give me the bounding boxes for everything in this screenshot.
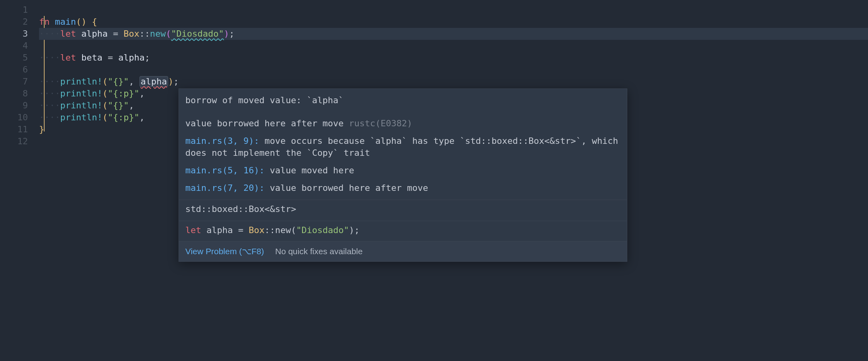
paren: ( bbox=[102, 88, 108, 98]
comma: , bbox=[129, 100, 139, 110]
source-preview: let alpha = Box::new("Diosdado"); bbox=[185, 224, 621, 236]
op-cc: :: bbox=[265, 225, 275, 235]
paren: ) bbox=[224, 29, 229, 39]
semi: ; bbox=[173, 77, 179, 86]
diagnostic-note: value moved here bbox=[265, 165, 354, 175]
code-line[interactable]: ····let beta = alpha; bbox=[39, 52, 868, 64]
comma: , bbox=[139, 112, 150, 122]
op-eq: = bbox=[102, 53, 118, 63]
code-line[interactable]: fn main() { bbox=[39, 16, 868, 28]
line-number: 11 bbox=[0, 124, 39, 135]
paren: () bbox=[76, 17, 87, 27]
var-alpha-error: alpha bbox=[139, 76, 168, 87]
string-literal: "Diosdado" bbox=[171, 29, 224, 39]
diagnostic-location-link[interactable]: main.rs(3, 9): bbox=[185, 136, 259, 146]
diagnostic-note: value borrowed here after move bbox=[265, 183, 428, 193]
var-beta: beta bbox=[81, 53, 102, 63]
code-line[interactable] bbox=[39, 4, 868, 16]
indent-dots: ···· bbox=[39, 29, 60, 39]
comma: , bbox=[139, 88, 150, 98]
quick-fix-status: No quick fixes available bbox=[275, 245, 363, 257]
paren: ( bbox=[291, 225, 296, 235]
line-number: 2 bbox=[0, 16, 39, 28]
brace-close: } bbox=[39, 124, 44, 134]
op-cc: :: bbox=[139, 29, 150, 39]
fn-new: new bbox=[275, 225, 291, 235]
line-number: 5 bbox=[0, 52, 39, 64]
code-line[interactable] bbox=[39, 64, 868, 76]
semi: ; bbox=[145, 53, 150, 63]
line-number: 8 bbox=[0, 88, 39, 100]
view-problem-link[interactable]: View Problem (⌥F8) bbox=[185, 245, 264, 257]
diagnostic-location-link[interactable]: main.rs(7, 20): bbox=[185, 183, 265, 193]
indent-dots: ···· bbox=[39, 100, 60, 110]
line-number: 1 bbox=[0, 4, 39, 16]
fn-main: main bbox=[55, 17, 76, 27]
line-number: 6 bbox=[0, 64, 39, 76]
macro-println: println! bbox=[60, 112, 102, 122]
line-number: 9 bbox=[0, 100, 39, 112]
brace-open: { bbox=[92, 17, 97, 27]
paren: ) bbox=[168, 77, 173, 86]
line-number-current: 3 bbox=[0, 28, 39, 40]
paren: ( bbox=[166, 29, 171, 39]
kw-let: let bbox=[185, 225, 201, 235]
kw-fn: fn bbox=[39, 17, 50, 27]
code-line[interactable] bbox=[39, 40, 868, 52]
kw-let: let bbox=[60, 53, 76, 63]
hover-footer: View Problem (⌥F8) No quick fixes availa… bbox=[179, 241, 627, 261]
line-number: 7 bbox=[0, 76, 39, 88]
separator bbox=[179, 200, 627, 200]
op-eq: = bbox=[108, 29, 124, 39]
macro-println: println! bbox=[60, 77, 102, 86]
line-number-gutter: 1 2 3 4 5 6 7 8 9 10 11 12 bbox=[0, 0, 39, 361]
paren: ( bbox=[102, 112, 108, 122]
semi: ; bbox=[229, 29, 234, 39]
var-alpha: alpha bbox=[201, 225, 238, 235]
indent-dots: ···· bbox=[39, 112, 60, 122]
line-number: 10 bbox=[0, 112, 39, 124]
paren: ( bbox=[102, 100, 108, 110]
indent-dots: ···· bbox=[39, 88, 60, 98]
semi: ; bbox=[354, 225, 359, 235]
comma: , bbox=[129, 77, 139, 86]
line-number: 4 bbox=[0, 40, 39, 52]
kw-let: let bbox=[60, 29, 76, 39]
diagnostic-message: value borrowed here after move bbox=[185, 118, 349, 128]
macro-println: println! bbox=[60, 88, 102, 98]
code-editor[interactable]: 1 2 3 4 5 6 7 8 9 10 11 12 fn main() { ·… bbox=[0, 0, 868, 361]
diagnostic-location-link[interactable]: main.rs(5, 16): bbox=[185, 165, 265, 175]
fmt-string: "{:p}" bbox=[108, 112, 139, 122]
code-line-current[interactable]: ····let alpha = Box::new("Diosdado"); bbox=[39, 28, 868, 40]
diagnostic-title: borrow of moved value: `alpha` bbox=[185, 94, 621, 106]
paren: ) bbox=[349, 225, 354, 235]
separator bbox=[179, 221, 627, 221]
fmt-string: "{}" bbox=[108, 77, 129, 86]
var-alpha: alpha bbox=[81, 29, 108, 39]
indent-dots: ···· bbox=[39, 77, 60, 86]
macro-println: println! bbox=[60, 100, 102, 110]
code-area[interactable]: fn main() { ····let alpha = Box::new("Di… bbox=[39, 0, 868, 361]
line-number: 12 bbox=[0, 135, 39, 147]
indent-dots: ···· bbox=[39, 53, 60, 63]
op-eq: = bbox=[238, 225, 249, 235]
fn-new: new bbox=[150, 29, 166, 39]
code-line[interactable]: ····println!("{}", alpha); bbox=[39, 76, 868, 88]
var-alpha: alpha bbox=[118, 53, 145, 63]
diagnostic-hover: borrow of moved value: `alpha` value bor… bbox=[179, 88, 627, 262]
type-signature: std::boxed::Box<&str> bbox=[185, 203, 621, 215]
paren: ( bbox=[102, 77, 108, 86]
fmt-string: "{}" bbox=[108, 100, 129, 110]
fmt-string: "{:p}" bbox=[108, 88, 139, 98]
type-box: Box bbox=[249, 225, 265, 235]
type-box: Box bbox=[124, 29, 139, 39]
string-literal: "Diosdado" bbox=[296, 225, 349, 235]
diagnostic-code: rustc(E0382) bbox=[349, 118, 412, 128]
